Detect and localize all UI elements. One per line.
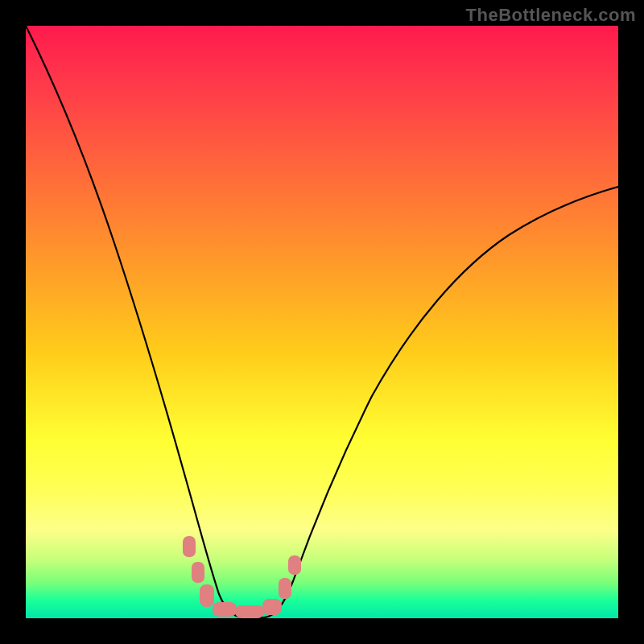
marker-group <box>183 536 301 618</box>
bottleneck-curve <box>26 26 618 617</box>
valley-marker-right <box>262 599 282 615</box>
left-marker-top <box>183 536 196 557</box>
valley-marker-left <box>213 602 237 617</box>
valley-marker-mid <box>235 605 264 618</box>
plot-area <box>26 26 618 618</box>
watermark-text: TheBottleneck.com <box>466 5 636 26</box>
chart-container: TheBottleneck.com <box>0 0 644 644</box>
curve-layer <box>26 26 618 618</box>
left-marker-low <box>200 584 214 607</box>
right-marker-low <box>279 578 291 599</box>
right-marker-mid <box>288 555 301 575</box>
left-marker-mid <box>192 562 204 583</box>
